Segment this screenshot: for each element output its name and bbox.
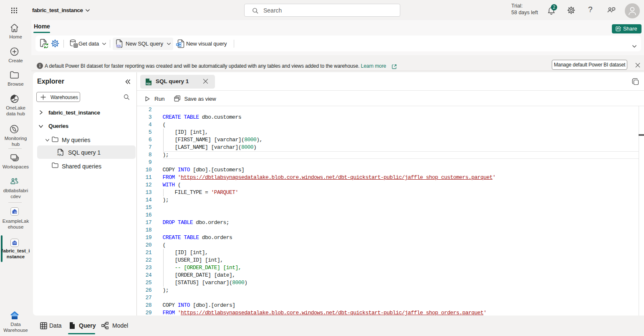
svg-text:SQL: SQL xyxy=(146,82,152,85)
svg-text:SQL: SQL xyxy=(57,153,62,156)
svg-text:2: 2 xyxy=(553,5,556,10)
svg-text:SQL: SQL xyxy=(116,44,121,48)
